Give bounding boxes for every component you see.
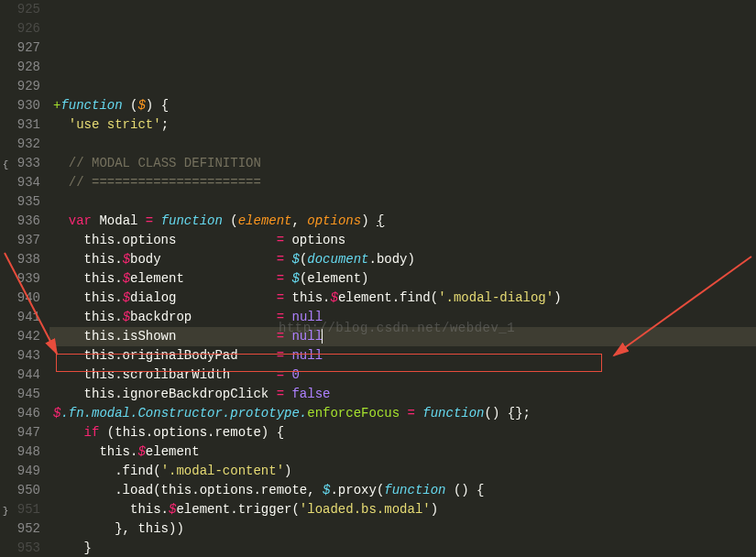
code-token: document (307, 252, 368, 267)
code-token (53, 79, 84, 93)
fold-marker[interactable] (0, 40, 11, 60)
code-token: , (292, 213, 308, 228)
fold-marker[interactable] (0, 2, 11, 21)
code-token: this. (53, 290, 123, 305)
line-number: 930 (11, 96, 40, 115)
code-line[interactable]: .load(this.options.remote, $.proxy(funct… (49, 481, 756, 500)
code-token: element (238, 213, 292, 228)
fold-marker[interactable] (0, 444, 11, 464)
code-line[interactable]: }, this)) (49, 519, 756, 539)
line-number: 944 (11, 366, 40, 385)
code-line[interactable]: +function ($) { (49, 96, 756, 115)
code-token: $ (331, 290, 338, 305)
fold-marker[interactable] (0, 98, 11, 117)
fold-marker[interactable] (0, 79, 11, 98)
fold-marker[interactable] (0, 310, 11, 329)
fold-marker[interactable] (0, 137, 11, 156)
code-line[interactable]: 'use strict'; (49, 115, 756, 135)
code-line[interactable] (49, 77, 756, 96)
fold-marker[interactable]: { (0, 156, 11, 175)
fold-marker[interactable] (0, 290, 11, 310)
code-token: 'loaded.bs.modal' (300, 502, 431, 517)
code-token: // MODAL CLASS DEFINITION (69, 156, 261, 170)
fold-marker[interactable] (0, 406, 11, 425)
code-line[interactable]: var Modal = function (element, options) … (49, 212, 756, 231)
code-line[interactable]: this.originalBodyPad = null (49, 346, 756, 366)
fold-marker[interactable] (0, 367, 11, 387)
code-token: } (53, 541, 92, 555)
code-token: = (277, 367, 284, 382)
code-token: = (277, 290, 284, 305)
code-line[interactable]: this.$element = $(element) (49, 269, 756, 289)
code-token: function (60, 98, 122, 113)
code-token: this.originalBodyPad (53, 348, 277, 363)
code-area[interactable]: http://blog.csdn.net/webdev_1 +function … (49, 0, 756, 557)
fold-marker[interactable] (0, 117, 11, 137)
code-line[interactable]: if (this.options.remote) { (49, 423, 756, 442)
line-number: 925 (11, 0, 40, 19)
code-token: element (130, 271, 277, 286)
fold-marker[interactable] (0, 271, 11, 290)
fold-marker[interactable] (0, 194, 11, 213)
code-token (400, 406, 407, 420)
code-token: ; (161, 117, 169, 132)
fold-marker[interactable] (0, 483, 11, 502)
code-token: Modal (92, 213, 146, 228)
line-number: 936 (11, 212, 40, 231)
code-line[interactable]: this.scrollbarWidth = 0 (49, 366, 756, 385)
fold-marker[interactable] (0, 521, 11, 541)
fold-marker[interactable] (0, 464, 11, 483)
code-line[interactable]: } (49, 539, 756, 557)
code-line[interactable]: $.fn.modal.Constructor.prototype.enforce… (49, 404, 756, 423)
code-token (53, 156, 69, 170)
code-token: = (277, 233, 284, 247)
fold-marker[interactable] (0, 387, 11, 406)
fold-marker[interactable] (0, 213, 11, 233)
code-line[interactable]: // MODAL CLASS DEFINITION (49, 154, 756, 173)
line-number: 945 (11, 385, 40, 404)
fold-marker[interactable] (0, 252, 11, 271)
code-line[interactable]: this.$element.trigger('loaded.bs.modal') (49, 500, 756, 519)
fold-marker[interactable]: } (0, 502, 11, 521)
fold-marker[interactable] (0, 541, 11, 557)
code-token: element (146, 444, 200, 459)
code-editor[interactable]: {} 9259269279289299309319329339349359369… (0, 0, 756, 557)
code-token: false (291, 387, 330, 401)
code-line[interactable]: this.options = options (49, 231, 756, 250)
fold-marker[interactable] (0, 348, 11, 367)
code-line[interactable]: // ====================== (49, 173, 756, 192)
fold-marker[interactable] (0, 21, 11, 40)
line-number: 947 (11, 423, 40, 442)
text-cursor (322, 329, 323, 344)
code-line[interactable] (49, 192, 756, 212)
fold-marker[interactable] (0, 60, 11, 79)
code-token: = (277, 387, 284, 401)
code-line[interactable]: this.$backdrop = null (49, 308, 756, 327)
line-number: 938 (11, 250, 40, 269)
code-token: .prototype. (223, 406, 307, 420)
code-line[interactable]: this.$element (49, 442, 756, 462)
fold-marker[interactable] (0, 175, 11, 194)
code-token: = (277, 310, 284, 324)
code-token: // ====================== (69, 175, 261, 190)
code-line[interactable]: this.$body = $(document.body) (49, 250, 756, 269)
line-number: 953 (11, 539, 40, 557)
code-token: this. (53, 444, 137, 459)
fold-marker[interactable] (0, 425, 11, 444)
code-token: () {}; (485, 406, 531, 420)
code-token: $ (137, 444, 145, 459)
code-token: ) (431, 502, 438, 517)
fold-marker[interactable] (0, 329, 11, 348)
code-line[interactable]: this.isShown = null (49, 327, 756, 346)
fold-marker[interactable] (0, 233, 11, 252)
code-line[interactable]: .find('.modal-content') (49, 462, 756, 481)
code-token: '.modal-content' (161, 464, 284, 478)
code-token: { (377, 213, 384, 228)
line-number: 927 (11, 38, 40, 58)
line-numbers-gutter: 9259269279289299309319329339349359369379… (11, 0, 49, 557)
code-line[interactable]: this.ignoreBackdropClick = false (49, 385, 756, 404)
fold-gutter: {} (0, 0, 11, 557)
code-line[interactable]: this.$dialog = this.$element.find('.moda… (49, 289, 756, 308)
code-token: function (422, 406, 484, 420)
code-line[interactable] (49, 135, 756, 154)
